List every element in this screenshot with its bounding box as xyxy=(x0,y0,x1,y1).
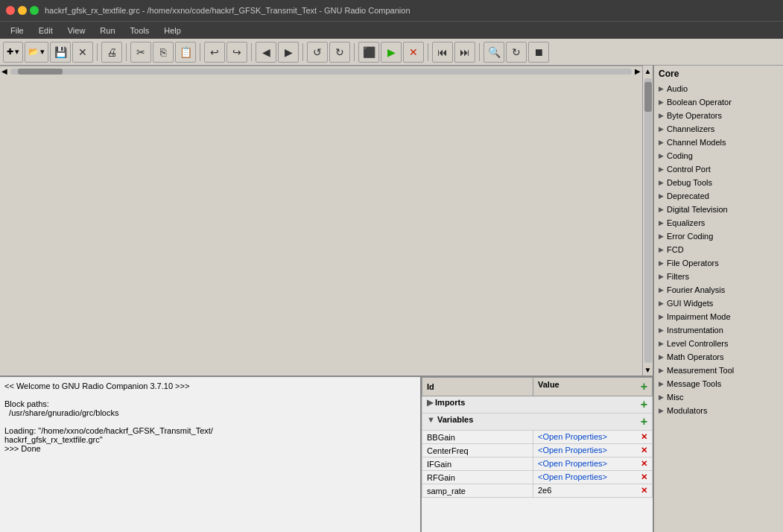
sidebar-item-deprecated[interactable]: ▶ Deprecated xyxy=(654,189,783,203)
sidebar-item-audio[interactable]: ▶ Audio xyxy=(654,82,783,95)
variables-expand-arrow[interactable]: ▼ xyxy=(427,415,435,424)
nav-back-button[interactable]: ⏮ xyxy=(432,42,453,63)
sidebar-item-fourier-analysis[interactable]: ▶ Fourier Analysis xyxy=(654,283,783,297)
bbgain-open-props[interactable]: <Open Properties> xyxy=(538,432,607,441)
scroll-right-arrow[interactable]: ▶ xyxy=(633,67,642,75)
vertical-scrollbar[interactable]: ▲ ▼ xyxy=(642,66,653,376)
add-variables-btn[interactable]: + xyxy=(641,415,647,428)
h-scroll-track[interactable] xyxy=(10,69,632,75)
rotate-right-button[interactable]: ↻ xyxy=(329,42,350,63)
stop2-button[interactable]: ⏹ xyxy=(528,42,549,63)
folder-icon: 📂 xyxy=(28,47,39,57)
var-ifgain-value[interactable]: <Open Properties> ✕ xyxy=(533,457,653,471)
menu-view[interactable]: View xyxy=(60,25,93,37)
deprecated-arrow-icon: ▶ xyxy=(659,192,664,200)
add-imports-button[interactable]: + xyxy=(641,380,647,393)
sidebar-item-error-coding[interactable]: ▶ Error Coding xyxy=(654,229,783,243)
new-dropdown[interactable]: ✚ ▾ xyxy=(3,42,23,63)
file-operators-arrow-icon: ▶ xyxy=(659,259,664,267)
sidebar-item-file-operators[interactable]: ▶ File Operators xyxy=(654,256,783,270)
nav-forward-button[interactable]: ⏭ xyxy=(454,42,475,63)
rfgain-delete-btn[interactable]: ✕ xyxy=(641,472,647,482)
sidebar-item-channelizers-label: Channelizers xyxy=(667,124,714,133)
sidebar-item-boolean-operator[interactable]: ▶ Boolean Operator xyxy=(654,95,783,109)
ifgain-delete-btn[interactable]: ✕ xyxy=(641,459,647,469)
sidebar-item-debug-tools-label: Debug Tools xyxy=(667,178,712,187)
horizontal-scrollbar[interactable]: ◀ ▶ xyxy=(0,66,642,76)
ifgain-open-props[interactable]: <Open Properties> xyxy=(538,459,607,468)
var-rfgain-value[interactable]: <Open Properties> ✕ xyxy=(533,471,653,484)
sidebar-item-message-tools[interactable]: ▶ Message Tools xyxy=(654,377,783,390)
back-button[interactable]: ◀ xyxy=(256,42,276,63)
var-ifgain-row: IFGain <Open Properties> ✕ xyxy=(422,457,653,471)
scroll-left-arrow[interactable]: ◀ xyxy=(0,67,9,75)
variables-section-row[interactable]: ▼ Variables + xyxy=(422,414,653,431)
rfgain-open-props[interactable]: <Open Properties> xyxy=(538,472,607,481)
imports-section-row[interactable]: ▶ Imports + xyxy=(422,396,653,414)
sidebar-item-fcd[interactable]: ▶ FCD xyxy=(654,243,783,256)
window-controls[interactable] xyxy=(6,6,39,15)
imports-section-cell[interactable]: ▶ Imports + xyxy=(422,396,653,414)
sidebar-item-filters[interactable]: ▶ Filters xyxy=(654,270,783,283)
sidebar-item-channel-models[interactable]: ▶ Channel Models xyxy=(654,136,783,149)
scroll-down-arrow[interactable]: ▼ xyxy=(643,364,653,376)
open-arrow-icon: ▾ xyxy=(40,47,45,57)
sidebar-item-misc[interactable]: ▶ Misc xyxy=(654,390,783,404)
centerfreq-delete-btn[interactable]: ✕ xyxy=(641,446,647,455)
variables-section-cell[interactable]: ▼ Variables + xyxy=(422,414,653,431)
menu-help[interactable]: Help xyxy=(156,25,188,37)
sidebar-item-byte-operators[interactable]: ▶ Byte Operators xyxy=(654,109,783,122)
window-title: hackrf_gfsk_rx_textfile.grc - /home/xxno… xyxy=(45,6,410,15)
cut-button[interactable]: ✂ xyxy=(130,42,151,63)
menu-run[interactable]: Run xyxy=(92,25,122,37)
menu-edit[interactable]: Edit xyxy=(31,25,60,37)
sidebar-item-impairment-mode[interactable]: ▶ Impairment Mode xyxy=(654,310,783,323)
sidebar-item-math-operators[interactable]: ▶ Math Operators xyxy=(654,350,783,364)
copy-button[interactable]: ⎘ xyxy=(153,42,174,63)
search-button[interactable]: 🔍 xyxy=(484,42,504,63)
sidebar-item-modulators[interactable]: ▶ Modulators xyxy=(654,404,783,417)
sidebar-item-equalizers[interactable]: ▶ Equalizers xyxy=(654,216,783,229)
digital-tv-arrow-icon: ▶ xyxy=(659,206,664,213)
rotate-left-button[interactable]: ↺ xyxy=(307,42,328,63)
samprate-delete-btn[interactable]: ✕ xyxy=(641,486,647,495)
sidebar-item-coding[interactable]: ▶ Coding xyxy=(654,149,783,162)
paste-button[interactable]: 📋 xyxy=(175,42,196,63)
sidebar-item-level-controllers[interactable]: ▶ Level Controllers xyxy=(654,337,783,350)
undo-button[interactable]: ↩ xyxy=(204,42,225,63)
print-button[interactable]: 🖨 xyxy=(101,42,122,63)
maximize-window-button[interactable] xyxy=(30,6,39,15)
close-window-button[interactable] xyxy=(6,6,15,15)
menu-tools[interactable]: Tools xyxy=(123,25,157,37)
stop-button[interactable]: ⬛ xyxy=(358,42,379,63)
canvas-main[interactable]: Options ID: gmsk_hackrf_rx Generate Opti… xyxy=(0,66,642,376)
close-button[interactable]: ✕ xyxy=(72,42,93,63)
sidebar-item-gui-widgets[interactable]: ▶ GUI Widgets xyxy=(654,297,783,310)
var-centerfreq-value[interactable]: <Open Properties> ✕ xyxy=(533,444,653,457)
open-dropdown[interactable]: 📂 ▾ xyxy=(25,42,48,63)
imports-expand-arrow[interactable]: ▶ xyxy=(427,398,433,407)
sidebar-item-debug-tools[interactable]: ▶ Debug Tools xyxy=(654,176,783,189)
save-button[interactable]: 💾 xyxy=(50,42,71,63)
refresh-button[interactable]: ↻ xyxy=(506,42,527,63)
sidebar-item-channelizers[interactable]: ▶ Channelizers xyxy=(654,122,783,136)
menu-file[interactable]: File xyxy=(3,25,31,37)
sidebar-item-measurement-tool[interactable]: ▶ Measurement Tool xyxy=(654,364,783,377)
sidebar-item-digital-television[interactable]: ▶ Digital Television xyxy=(654,203,783,216)
sidebar-item-instrumentation[interactable]: ▶ Instrumentation xyxy=(654,323,783,337)
redo-button[interactable]: ↪ xyxy=(226,42,247,63)
scroll-up-arrow[interactable]: ▲ xyxy=(643,66,653,77)
var-bbgain-value[interactable]: <Open Properties> ✕ xyxy=(533,431,653,444)
centerfreq-open-props[interactable]: <Open Properties> xyxy=(538,446,607,455)
forward-button[interactable]: ▶ xyxy=(278,42,299,63)
v-scroll-thumb[interactable] xyxy=(644,82,652,112)
main-layout: Options ID: gmsk_hackrf_rx Generate Opti… xyxy=(0,66,783,532)
minimize-window-button[interactable] xyxy=(18,6,27,15)
v-scroll-track[interactable] xyxy=(644,78,652,363)
add-imports-btn[interactable]: + xyxy=(641,398,647,411)
sidebar-item-control-port[interactable]: ▶ Control Port xyxy=(654,162,783,176)
play-button[interactable]: ▶ xyxy=(381,42,402,63)
kill-button[interactable]: ✕ xyxy=(403,42,424,63)
bbgain-delete-btn[interactable]: ✕ xyxy=(641,432,647,442)
h-scroll-thumb[interactable] xyxy=(18,69,63,75)
